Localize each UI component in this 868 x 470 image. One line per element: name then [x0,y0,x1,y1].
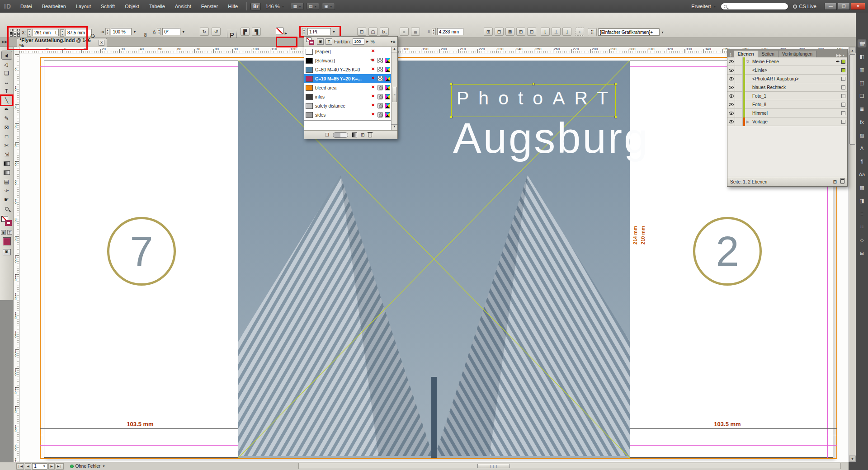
tool-button[interactable]: ▤ [1,177,12,186]
document-tab[interactable]: *Flyer Ausstellung.indd @ 146 % ✕ [17,38,107,47]
swatch-row[interactable]: safety distance [304,101,392,110]
layer-row[interactable]: Foto_1 [727,92,847,100]
object-style-input[interactable] [598,28,660,36]
swatch-row[interactable]: [Papier] [304,47,392,56]
next-page-button[interactable]: ▶ [48,463,55,470]
tool-button[interactable]: ✒ [1,105,12,114]
corner-radius-stepper[interactable]: ▲▼ [432,28,436,35]
margin-guide-left[interactable] [50,61,50,458]
scale-x-control[interactable]: ⇥▲▼ ▼ [100,28,136,35]
vertical-ruler[interactable]: 0102030405060708090100110120130140150160… [14,53,19,462]
dock-panel-icon[interactable]: ▩ [857,183,867,192]
panel-tab[interactable]: Seiten [758,51,778,57]
page-number-circle-right[interactable]: 2 [693,217,762,286]
dashed-frame-button[interactable]: ▫ [575,28,584,36]
effects-button[interactable]: fx, [380,28,389,36]
visibility-cell[interactable] [727,66,735,75]
layer-name[interactable]: Meine Ebene [750,59,779,64]
selection-square[interactable] [841,77,845,81]
dock-panel-icon[interactable]: ∷ [857,222,867,231]
dock-panel-icon[interactable]: ≣ [857,104,867,113]
layer-row[interactable]: Foto_8 [727,100,847,109]
dock-panel-icon[interactable]: ◨ [857,196,867,205]
new-layer-button[interactable]: ⊞ [833,179,837,184]
selection-handle[interactable] [532,83,535,85]
tint-slider-icon[interactable]: ▶ [366,40,368,43]
layer-row[interactable]: <PhotoART Augsburg> [727,75,847,83]
object-style-dropdown[interactable]: ⠿ ▼ [588,28,664,36]
scroll-down-icon[interactable]: ▼ [849,456,856,462]
layer-row[interactable]: <Linie> [727,66,847,75]
fill-stroke-proxy-icon[interactable] [306,38,315,46]
align-left-button[interactable]: ⌊ [541,28,550,36]
tool-button[interactable]: ☛ [1,195,12,204]
tool-button[interactable]: ❏ [1,69,12,78]
tab-overflow-icon[interactable]: ▶▶ [2,40,7,44]
selection-frame[interactable] [451,84,616,117]
zoom-level-dropdown[interactable]: 146 %▼ [265,4,284,9]
restore-button[interactable]: ❐ [838,3,850,10]
rotation-input[interactable] [162,28,180,35]
corner-radius-control[interactable]: ⌗▲▼ [428,28,463,35]
search-box[interactable] [721,3,788,10]
scale-x-input[interactable] [111,28,132,35]
scroll-down-icon[interactable]: ▼ [392,124,397,130]
rotation-stepper[interactable]: ▲▼ [157,28,161,35]
workspace-switcher[interactable]: Erweitert▼ [691,4,716,9]
menu-item[interactable]: Layout [71,0,96,13]
tool-button[interactable]: ✎ [1,114,12,123]
dock-panel-icon[interactable]: fx [857,118,867,127]
swatch-row[interactable]: C=80 M=40 Y=25 K=0 [304,65,392,74]
scroll-up-icon[interactable]: ▲ [392,47,397,52]
last-page-button[interactable]: ▶❘ [56,463,63,470]
fit-proportional-button[interactable]: ⊞ [516,28,525,36]
menu-item[interactable]: Schrift [96,0,120,13]
preflight-status[interactable]: Ohne Fehler ▼ [70,464,106,469]
shadow-button[interactable]: ▢ [368,28,377,36]
lock-cell[interactable] [735,57,743,66]
tool-button[interactable]: ╲ [1,96,12,105]
scroll-thumb[interactable]: ≡ [392,87,397,102]
layer-row[interactable]: ▽ Meine Ebene ✒ [727,57,847,66]
dock-panel-icon[interactable]: ¶ [857,157,867,166]
gradient-button[interactable] [352,132,357,137]
swatch-row[interactable]: [Schwarz] ✎ [304,56,392,65]
layer-name[interactable]: Himmel [750,111,768,116]
selection-handle[interactable] [614,83,617,85]
swatch-row[interactable]: sides [304,110,392,119]
rotation-control[interactable]: ∆▲▼ ▼ [153,28,185,35]
tab-close-icon[interactable]: ✕ [99,40,104,46]
lock-cell[interactable] [735,75,743,83]
fit-frame-button[interactable]: ⊟ [495,28,504,36]
menu-item[interactable]: Datei [15,0,37,13]
search-input[interactable] [729,4,778,9]
panel-tab[interactable]: Verknüpfungen [778,51,816,57]
selection-square[interactable] [841,103,845,107]
menu-item[interactable]: Hilfe [223,0,243,13]
horizontal-scrollbar[interactable]: ❘❘❘ [298,463,841,469]
dock-panel-icon[interactable]: ◇ [857,235,867,244]
tool-button[interactable]: ▷ [1,60,12,69]
layer-name[interactable]: Vorlage [750,119,768,124]
expand-icon[interactable]: ▽ [745,60,750,64]
formatting-text-button[interactable]: T [326,38,332,45]
menu-item[interactable]: Fenster [196,0,223,13]
tool-button[interactable]: ↔ [1,78,12,87]
menu-item[interactable]: Objekt [120,0,144,13]
selection-square[interactable] [841,120,845,124]
vertical-scrollbar[interactable]: ▲ ▼ [849,47,856,462]
lock-cell[interactable] [735,100,743,109]
reference-point-proxy[interactable] [10,29,20,37]
previous-page-button[interactable]: ◀ [25,463,31,470]
selection-square[interactable] [841,94,845,98]
corner-radius-input[interactable] [437,28,463,35]
visibility-cell[interactable] [727,109,735,118]
swatch-views-button[interactable]: ❐ [325,132,329,137]
selection-handle[interactable] [450,116,453,118]
dock-panel-icon[interactable]: Aa [857,170,867,179]
expand-panels-icon[interactable]: ◀◀ [859,41,865,45]
tool-button[interactable] [1,168,12,177]
l-input[interactable] [66,29,92,36]
scroll-up-icon[interactable]: ▲ [849,47,856,53]
expand-icon[interactable]: ▷ [745,120,750,124]
